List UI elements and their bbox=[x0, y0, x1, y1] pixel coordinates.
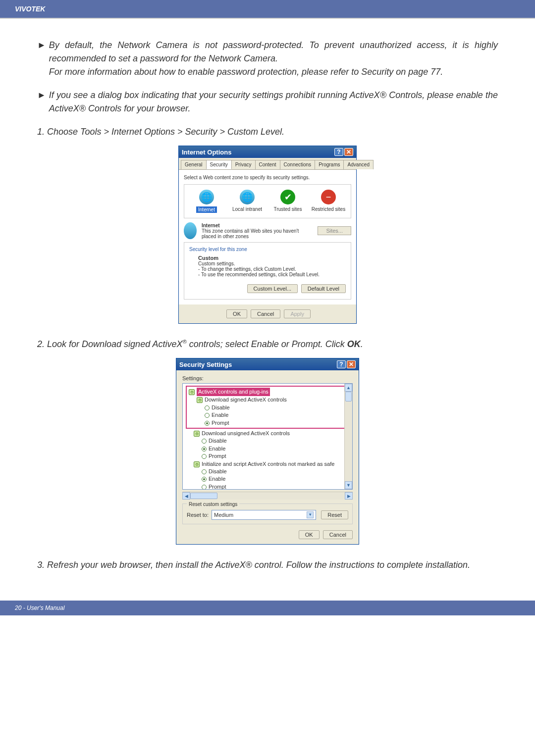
sites-button: Sites... bbox=[318, 226, 351, 235]
ss-settings-label: Settings: bbox=[182, 375, 353, 381]
opt-disable: Disable bbox=[209, 468, 227, 474]
scroll-left-icon[interactable]: ◀ bbox=[182, 492, 190, 500]
gear-icon: ⚙ bbox=[189, 389, 195, 395]
horizontal-scrollbar[interactable]: ◀ ▶ bbox=[182, 492, 353, 500]
tab-programs[interactable]: Programs bbox=[315, 160, 344, 169]
radio-icon[interactable] bbox=[202, 447, 207, 452]
default-level-button[interactable]: Default Level bbox=[301, 284, 346, 293]
ss-reset-to-label: Reset to: bbox=[187, 512, 209, 518]
opt-enable: Enable bbox=[209, 446, 225, 452]
step-2-bold: OK bbox=[347, 339, 361, 349]
chevron-down-icon[interactable]: ▼ bbox=[307, 511, 314, 518]
opt-prompt: Prompt bbox=[209, 484, 226, 490]
step-1: 1. Choose Tools > Internet Options > Sec… bbox=[37, 125, 498, 139]
vertical-scrollbar[interactable]: ▲ ▼ bbox=[344, 384, 352, 489]
gear-icon: ⚙ bbox=[194, 431, 200, 437]
io-footer: OK Cancel Apply bbox=[179, 304, 356, 323]
dialog-1-wrap: Internet Options ? ✕ General Security Pr… bbox=[37, 146, 498, 324]
scroll-right-icon[interactable]: ▶ bbox=[345, 492, 353, 500]
radio-icon[interactable] bbox=[202, 454, 207, 459]
opt-enable: Enable bbox=[209, 476, 225, 482]
step-2-pre: 2. Look for Download signed ActiveX bbox=[37, 339, 183, 349]
ss-group-1: ActiveX controls and plug-ins bbox=[197, 388, 270, 396]
custom-level-button[interactable]: Custom Level... bbox=[247, 284, 298, 293]
step-2: 2. Look for Download signed ActiveX® con… bbox=[37, 338, 498, 351]
reset-to-value: Medium bbox=[214, 512, 233, 518]
reset-button[interactable]: Reset bbox=[321, 510, 348, 519]
ss-titlebar: Security Settings ? ✕ bbox=[176, 358, 359, 370]
ss-item-1: Download signed ActiveX controls bbox=[205, 397, 287, 403]
footer-bar: 20 - User's Manual bbox=[0, 601, 535, 615]
dialog-2-wrap: Security Settings ? ✕ Settings: ⚙ActiveX… bbox=[37, 358, 498, 545]
ok-button[interactable]: OK bbox=[299, 530, 320, 539]
footer-text: 20 - User's Manual bbox=[15, 605, 64, 611]
io-custom-title: Custom bbox=[198, 255, 218, 261]
scroll-down-icon[interactable]: ▼ bbox=[345, 481, 352, 489]
io-zone-prompt: Select a Web content zone to specify its… bbox=[184, 175, 351, 180]
opt-enable: Enable bbox=[212, 412, 228, 418]
zone-local-intranet[interactable]: 🌐 Local intranet bbox=[230, 190, 265, 213]
brand-text: VIVOTEK bbox=[15, 5, 45, 13]
globe-icon: 🌐 bbox=[199, 190, 214, 204]
tab-security[interactable]: Security bbox=[206, 160, 232, 169]
ss-button-row: OK Cancel bbox=[182, 530, 353, 539]
radio-icon[interactable] bbox=[202, 469, 207, 474]
ss-body: Settings: ⚙ActiveX controls and plug-ins… bbox=[176, 370, 359, 544]
radio-icon[interactable] bbox=[202, 485, 207, 490]
radio-icon[interactable] bbox=[202, 477, 207, 482]
zone-local-label: Local intranet bbox=[230, 206, 265, 212]
close-icon[interactable]: ✕ bbox=[344, 148, 353, 156]
tab-connections[interactable]: Connections bbox=[280, 160, 316, 169]
zone-internet[interactable]: 🌐 Internet bbox=[189, 190, 224, 213]
io-title-text: Internet Options bbox=[182, 149, 231, 156]
zone-trusted-sites[interactable]: ✔ Trusted sites bbox=[270, 190, 305, 213]
check-icon: ✔ bbox=[280, 190, 295, 204]
zone-internet-label: Internet bbox=[196, 206, 217, 213]
tab-privacy[interactable]: Privacy bbox=[231, 160, 256, 169]
help-icon[interactable]: ? bbox=[337, 360, 346, 368]
help-icon[interactable]: ? bbox=[334, 148, 343, 156]
io-zone-desc: This zone contains all Web sites you hav… bbox=[202, 228, 299, 239]
registered-mark: ® bbox=[183, 339, 187, 345]
io-zone-name: Internet bbox=[202, 223, 220, 228]
zone-restricted-sites[interactable]: − Restricted sites bbox=[311, 190, 346, 213]
io-custom-l1: - To change the settings, click Custom L… bbox=[198, 266, 296, 272]
step-3: 3. Refresh your web browser, then instal… bbox=[37, 558, 498, 572]
bullet-arrow-icon: ► bbox=[37, 39, 46, 52]
tab-general[interactable]: General bbox=[181, 160, 207, 169]
opt-prompt: Prompt bbox=[209, 453, 226, 459]
io-fs-title: Security level for this zone bbox=[189, 247, 346, 252]
minus-icon: − bbox=[321, 190, 336, 204]
tab-advanced[interactable]: Advanced bbox=[343, 160, 373, 169]
ss-item-3: Initialize and script ActiveX controls n… bbox=[202, 461, 334, 467]
ss-item-2: Download unsigned ActiveX controls bbox=[202, 430, 290, 436]
zone-restricted-label: Restricted sites bbox=[311, 206, 346, 212]
ss-reset-title: Reset custom settings bbox=[187, 502, 239, 507]
reset-to-select[interactable]: Medium ▼ bbox=[212, 510, 316, 520]
ss-reset-group: Reset custom settings Reset to: Medium ▼… bbox=[182, 504, 353, 524]
intranet-icon: 🌐 bbox=[240, 190, 255, 204]
gear-icon: ⚙ bbox=[197, 397, 203, 403]
io-custom-l2: - To use the recommended settings, click… bbox=[198, 272, 320, 277]
cancel-button[interactable]: Cancel bbox=[323, 530, 353, 539]
radio-icon[interactable] bbox=[202, 439, 207, 444]
gear-icon: ⚙ bbox=[194, 461, 200, 467]
scroll-thumb[interactable] bbox=[190, 493, 217, 499]
io-security-level: Security level for this zone Custom Cust… bbox=[184, 242, 351, 300]
security-settings-dialog: Security Settings ? ✕ Settings: ⚙ActiveX… bbox=[176, 358, 359, 545]
step-2-post: controls; select Enable or Prompt. Click bbox=[187, 339, 347, 349]
ss-settings-list[interactable]: ⚙ActiveX controls and plug-ins ⚙Download… bbox=[182, 383, 353, 490]
content-area: ► By default, the Network Camera is not … bbox=[0, 19, 535, 589]
tab-content[interactable]: Content bbox=[255, 160, 280, 169]
radio-icon[interactable] bbox=[205, 421, 210, 426]
cancel-button[interactable]: Cancel bbox=[251, 309, 280, 318]
radio-icon[interactable] bbox=[205, 405, 210, 410]
ok-button[interactable]: OK bbox=[226, 309, 247, 318]
scroll-thumb[interactable] bbox=[345, 392, 352, 402]
close-icon[interactable]: ✕ bbox=[347, 360, 356, 368]
bullet-arrow-icon: ► bbox=[37, 89, 46, 102]
bullet-1-text: By default, the Network Camera is not pa… bbox=[49, 39, 498, 79]
radio-icon[interactable] bbox=[205, 413, 210, 418]
scroll-up-icon[interactable]: ▲ bbox=[345, 384, 352, 392]
io-tabs: General Security Privacy Content Connect… bbox=[179, 158, 356, 170]
